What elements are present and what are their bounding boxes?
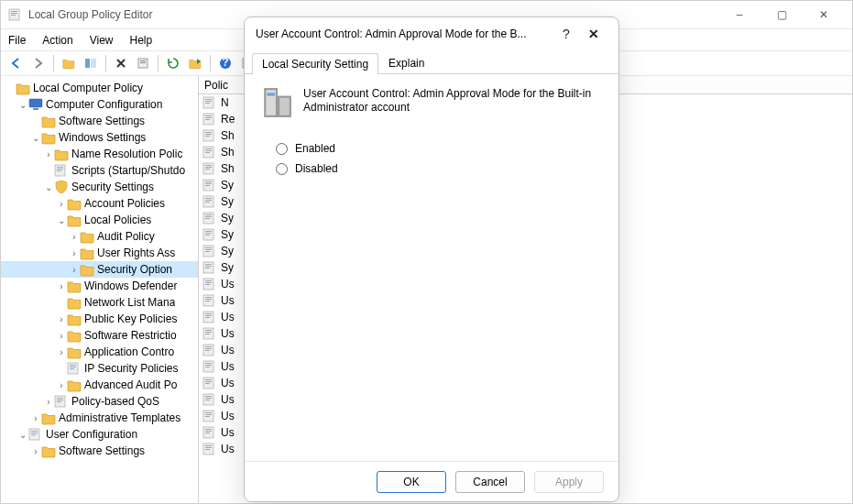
- ipsec-icon: [67, 361, 82, 376]
- list-item-label: Us: [221, 360, 235, 373]
- expand-icon[interactable]: ›: [30, 446, 41, 456]
- tree-item[interactable]: ›Application Contro: [1, 344, 198, 360]
- tree-item[interactable]: ›Administrative Templates: [1, 410, 198, 426]
- tree-item[interactable]: ›Account Policies: [1, 195, 198, 212]
- tree-item-label: User Rights Ass: [97, 247, 175, 259]
- expand-icon[interactable]: ›: [30, 413, 41, 423]
- menu-action[interactable]: Action: [42, 34, 72, 47]
- collapse-icon[interactable]: ⌄: [30, 133, 41, 143]
- option-enabled[interactable]: Enabled: [276, 142, 602, 155]
- tree-item-label: Software Settings: [59, 444, 145, 457]
- expand-icon[interactable]: ›: [56, 347, 67, 357]
- policy-item-icon: [202, 128, 217, 143]
- expand-icon[interactable]: ›: [56, 199, 67, 209]
- expand-icon[interactable]: ›: [69, 232, 80, 242]
- expand-icon[interactable]: ›: [56, 331, 67, 341]
- properties-button[interactable]: [133, 53, 153, 73]
- forward-button[interactable]: [28, 53, 49, 73]
- back-button[interactable]: [6, 53, 27, 73]
- dialog-close-button[interactable]: ✕: [580, 27, 607, 41]
- tab-local-security-setting[interactable]: Local Security Setting: [252, 53, 378, 74]
- radio-disabled[interactable]: [276, 163, 288, 175]
- minimize-button[interactable]: –: [718, 1, 760, 28]
- list-item-label: Sy: [221, 195, 234, 208]
- tree-item[interactable]: Scripts (Startup/Shutdo: [1, 162, 198, 179]
- tree-item[interactable]: ›Software Restrictio: [1, 327, 198, 344]
- dialog-help-button[interactable]: ?: [552, 27, 580, 41]
- tree-item[interactable]: ⌄Windows Settings: [1, 129, 198, 146]
- tree-item[interactable]: ⌄User Configuration: [1, 426, 198, 443]
- collapse-icon[interactable]: ⌄: [17, 100, 28, 110]
- delete-button[interactable]: [111, 53, 131, 73]
- tree-item-label: Audit Policy: [97, 230, 155, 243]
- collapse-icon[interactable]: ⌄: [17, 430, 28, 440]
- policy-item-icon: [202, 112, 217, 126]
- tree-item-label: Security Settings: [71, 181, 154, 193]
- tree-item[interactable]: ›Public Key Policies: [1, 311, 198, 327]
- policy-item-icon: [202, 376, 217, 390]
- list-item-label: Us: [221, 278, 235, 290]
- tab-explain[interactable]: Explain: [378, 52, 434, 73]
- ok-button[interactable]: OK: [377, 471, 446, 493]
- menu-view[interactable]: View: [90, 34, 114, 47]
- tree-item[interactable]: ⌄Local Policies: [1, 212, 198, 228]
- tree-item[interactable]: ›Policy-based QoS: [1, 393, 198, 410]
- tree-item-label: Policy-based QoS: [71, 395, 159, 408]
- tree-item-label: Public Key Policies: [84, 312, 177, 325]
- tree-item[interactable]: ›Security Option: [1, 261, 198, 278]
- folder-icon: [67, 279, 82, 293]
- tree-item[interactable]: ›Audit Policy: [1, 228, 198, 245]
- expand-icon[interactable]: ›: [43, 397, 54, 407]
- maximize-button[interactable]: ▢: [760, 1, 803, 28]
- policy-item-icon: [202, 194, 217, 209]
- show-hide-tree-button[interactable]: [81, 53, 101, 73]
- tree-item[interactable]: ›Software Settings: [1, 443, 198, 459]
- tree-item[interactable]: ⌄Security Settings: [1, 179, 198, 195]
- up-button[interactable]: [59, 53, 79, 73]
- expand-icon[interactable]: ›: [69, 248, 80, 258]
- cancel-button[interactable]: Cancel: [455, 471, 525, 493]
- tree-item[interactable]: ›User Rights Ass: [1, 245, 198, 261]
- list-item-label: Us: [221, 443, 235, 455]
- tree-item[interactable]: ›Name Resolution Polic: [1, 146, 198, 162]
- close-button[interactable]: ✕: [803, 1, 845, 28]
- folder-icon: [41, 411, 56, 425]
- tree-item[interactable]: Software Settings: [1, 113, 198, 129]
- apply-button[interactable]: Apply: [534, 471, 604, 493]
- policy-icon: [16, 81, 30, 95]
- help-button[interactable]: ?: [215, 53, 235, 73]
- option-disabled[interactable]: Disabled: [276, 162, 602, 175]
- list-item-label: Re: [221, 113, 235, 126]
- list-item-label: Sh: [221, 146, 235, 159]
- list-item-label: Sh: [221, 162, 235, 175]
- folder-icon: [41, 114, 56, 128]
- tree-pane[interactable]: Local Computer Policy⌄Computer Configura…: [1, 76, 199, 503]
- list-item-label: Us: [221, 426, 235, 439]
- policy-item-icon: [202, 95, 217, 110]
- menu-help[interactable]: Help: [130, 34, 153, 47]
- export-button[interactable]: [185, 53, 205, 73]
- collapse-icon[interactable]: ⌄: [56, 215, 67, 225]
- radio-enabled[interactable]: [276, 143, 288, 155]
- list-item-label: Sy: [221, 228, 234, 241]
- expand-icon[interactable]: ›: [69, 265, 80, 275]
- tree-item-label: Name Resolution Polic: [71, 148, 182, 160]
- menu-file[interactable]: File: [8, 34, 26, 47]
- expand-icon[interactable]: ›: [56, 380, 67, 390]
- tree-item[interactable]: Local Computer Policy: [1, 80, 198, 96]
- tree-item[interactable]: IP Security Policies: [1, 360, 198, 377]
- expand-icon[interactable]: ›: [56, 281, 67, 291]
- policy-item-icon: [202, 178, 217, 192]
- tree-item-label: Software Restrictio: [84, 329, 177, 342]
- tree-item[interactable]: ›Windows Defender: [1, 278, 198, 294]
- collapse-icon[interactable]: ⌄: [43, 182, 54, 192]
- tree-item[interactable]: ›Advanced Audit Po: [1, 377, 198, 393]
- expand-icon[interactable]: ›: [56, 314, 67, 324]
- tree-item-label: Scripts (Startup/Shutdo: [71, 164, 185, 177]
- policy-item-icon: [202, 326, 217, 341]
- expand-icon[interactable]: ›: [43, 149, 54, 159]
- refresh-button[interactable]: [163, 53, 183, 73]
- user-icon: [28, 427, 43, 442]
- tree-item[interactable]: ⌄Computer Configuration: [1, 96, 198, 113]
- tree-item[interactable]: Network List Mana: [1, 294, 198, 311]
